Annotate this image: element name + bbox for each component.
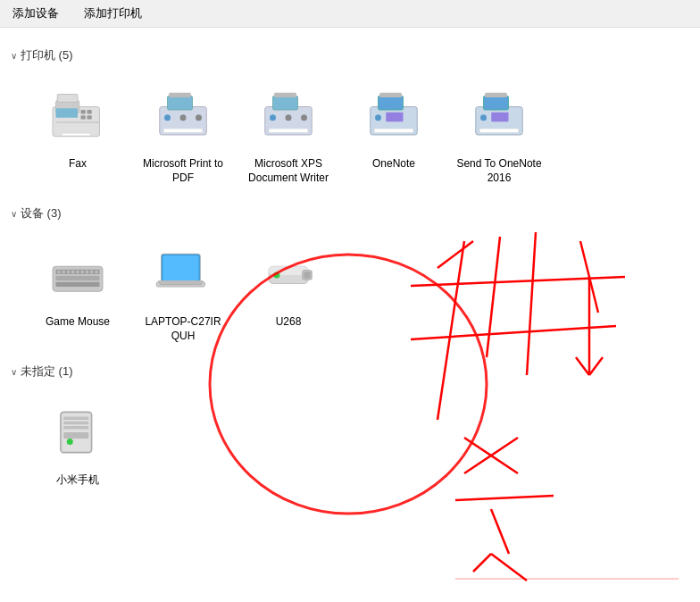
- svg-rect-7: [88, 115, 92, 119]
- devices-grid: Game Mouse LAPTOP-C27IRQUH: [11, 230, 689, 351]
- xps-writer-label: Microsoft XPS Document Writer: [246, 157, 331, 185]
- svg-point-29: [375, 114, 381, 121]
- xiaomi-icon: [42, 397, 113, 468]
- svg-rect-38: [56, 276, 100, 280]
- devices-section-title: 设备 (3): [21, 205, 62, 222]
- svg-point-22: [286, 114, 292, 121]
- svg-rect-46: [86, 271, 89, 274]
- svg-rect-65: [63, 432, 88, 439]
- svg-rect-26: [379, 93, 402, 97]
- svg-rect-11: [168, 96, 193, 110]
- svg-point-16: [196, 114, 202, 121]
- svg-line-80: [473, 554, 491, 572]
- svg-rect-40: [57, 271, 61, 274]
- svg-rect-34: [491, 113, 508, 122]
- devices-chevron[interactable]: ∨: [11, 209, 17, 219]
- svg-rect-8: [62, 133, 91, 136]
- unspecified-section-title: 未指定 (1): [21, 364, 73, 380]
- svg-point-15: [180, 114, 187, 121]
- svg-rect-62: [63, 422, 88, 425]
- svg-point-21: [270, 114, 276, 121]
- svg-rect-5: [88, 110, 92, 113]
- svg-rect-61: [63, 417, 88, 421]
- send-onenote-label: Send To OneNote 2016: [456, 157, 542, 185]
- xps-writer-icon: [253, 80, 324, 152]
- unspecified-section-header: ∨ 未指定 (1): [11, 364, 689, 380]
- svg-rect-42: [67, 271, 71, 274]
- svg-rect-4: [81, 110, 86, 113]
- svg-rect-48: [95, 271, 98, 274]
- printers-section-title: 打印机 (5): [21, 47, 73, 63]
- game-mouse-label: Game Mouse: [46, 315, 110, 330]
- unspecified-chevron[interactable]: ∨: [11, 367, 17, 377]
- device-laptop[interactable]: LAPTOP-C27IRQUH: [134, 230, 232, 351]
- xiaomi-label: 小米手机: [56, 473, 99, 488]
- printers-grid: Fax Microsoft Print to PDF: [11, 72, 689, 193]
- unspecified-grid: 小米手机: [11, 389, 689, 496]
- device-onenote[interactable]: OneNote: [345, 72, 443, 193]
- fax-icon: [42, 80, 113, 152]
- svg-point-64: [67, 439, 73, 445]
- svg-point-14: [164, 114, 171, 121]
- devices-section-header: ∨ 设备 (3): [11, 205, 689, 222]
- svg-rect-31: [484, 96, 509, 110]
- send-onenote-icon: [463, 80, 535, 152]
- device-game-mouse[interactable]: Game Mouse: [29, 230, 127, 351]
- laptop-icon: [147, 238, 219, 310]
- svg-rect-39: [56, 282, 100, 287]
- svg-rect-47: [90, 271, 94, 274]
- svg-point-35: [480, 114, 487, 121]
- onenote-label: OneNote: [372, 157, 415, 171]
- svg-rect-12: [169, 93, 191, 97]
- svg-line-79: [491, 509, 509, 554]
- device-fax[interactable]: Fax: [29, 72, 127, 193]
- svg-rect-45: [81, 271, 85, 274]
- u268-label: U268: [276, 315, 302, 330]
- printers-section-header: ∨ 打印机 (5): [11, 47, 689, 63]
- svg-rect-63: [63, 426, 88, 430]
- svg-rect-20: [269, 129, 308, 132]
- svg-line-81: [491, 554, 527, 581]
- svg-rect-52: [160, 284, 202, 286]
- device-xiaomi[interactable]: 小米手机: [29, 389, 127, 496]
- u268-icon: [253, 238, 324, 310]
- device-ms-print-pdf[interactable]: Microsoft Print to PDF: [134, 72, 232, 193]
- svg-rect-33: [479, 129, 519, 132]
- svg-rect-58: [304, 272, 311, 279]
- add-device-button[interactable]: 添加设备: [7, 4, 64, 23]
- svg-rect-18: [273, 96, 298, 110]
- ms-print-pdf-label: Microsoft Print to PDF: [140, 157, 226, 185]
- svg-point-23: [301, 114, 307, 121]
- svg-rect-27: [374, 129, 413, 132]
- svg-rect-41: [62, 271, 66, 274]
- svg-rect-28: [386, 113, 403, 122]
- svg-rect-44: [76, 271, 79, 274]
- svg-rect-50: [162, 255, 198, 280]
- onenote-icon: [358, 80, 429, 152]
- add-printer-button[interactable]: 添加打印机: [79, 4, 147, 23]
- svg-rect-3: [56, 108, 79, 118]
- svg-rect-25: [379, 96, 404, 110]
- svg-rect-19: [274, 93, 296, 97]
- svg-rect-13: [163, 129, 203, 132]
- svg-rect-53: [158, 280, 204, 284]
- device-u268[interactable]: U268: [239, 230, 338, 351]
- svg-rect-43: [71, 271, 75, 274]
- device-xps-writer[interactable]: Microsoft XPS Document Writer: [239, 72, 338, 193]
- svg-rect-9: [56, 121, 100, 123]
- svg-rect-32: [485, 93, 507, 97]
- svg-rect-6: [81, 115, 86, 119]
- svg-rect-2: [57, 95, 78, 103]
- game-mouse-icon: [42, 238, 113, 310]
- toolbar: 添加设备 添加打印机: [0, 0, 700, 28]
- main-content: ∨ 打印机 (5): [0, 28, 700, 512]
- ms-print-pdf-icon: [147, 80, 219, 152]
- device-send-onenote[interactable]: Send To OneNote 2016: [450, 72, 548, 193]
- printers-chevron[interactable]: ∨: [11, 51, 17, 61]
- svg-point-56: [273, 272, 279, 279]
- fax-label: Fax: [69, 157, 87, 171]
- laptop-label: LAPTOP-C27IRQUH: [145, 315, 221, 343]
